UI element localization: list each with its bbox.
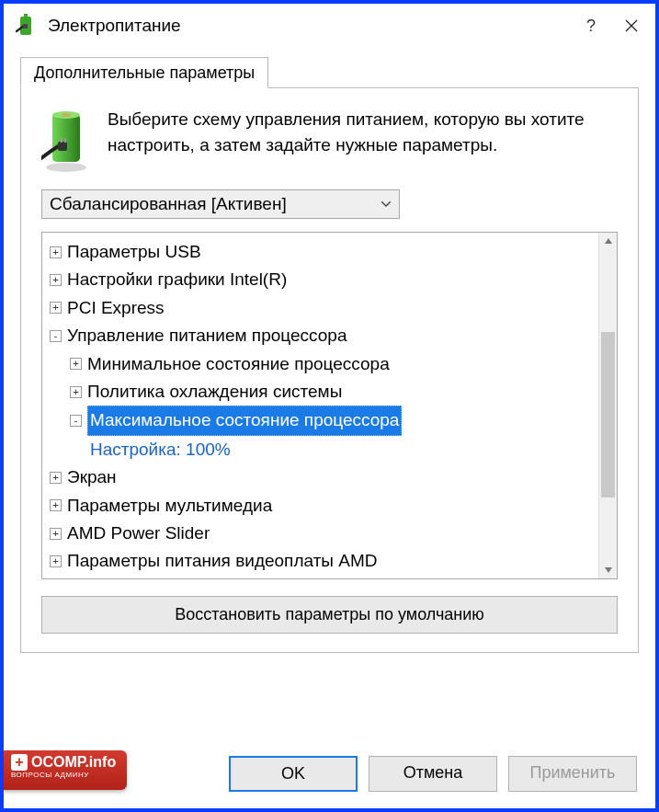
svg-point-9 <box>62 113 71 117</box>
intro-text: Выберите схему управления питанием, кото… <box>108 107 618 173</box>
expand-icon[interactable]: + <box>70 386 82 398</box>
tree-node-label: Настройки графики Intel(R) <box>67 266 287 293</box>
scrollbar-track[interactable] <box>599 249 617 562</box>
svg-point-5 <box>46 163 86 172</box>
title-bar: Электропитание ? <box>4 4 655 48</box>
window-title: Электропитание <box>48 16 571 36</box>
tree-node[interactable]: +AMD Power Slider <box>50 520 595 547</box>
tree-node-label: Управление питанием процессора <box>67 322 347 349</box>
tree-setting-label: Настройка: 100% <box>90 436 231 463</box>
tree-node-label: Политика охлаждения системы <box>87 378 342 406</box>
ok-button[interactable]: OK <box>229 756 358 792</box>
expand-icon[interactable]: + <box>50 302 62 314</box>
expand-icon[interactable]: + <box>50 499 62 511</box>
tree-node[interactable]: +Минимальное состояние процессора <box>50 350 595 378</box>
expand-icon[interactable]: + <box>50 472 62 484</box>
tab-advanced-settings[interactable]: Дополнительные параметры <box>20 57 268 88</box>
tree-setting-value[interactable]: Настройка: 100% <box>50 436 595 463</box>
tree-node[interactable]: +Параметры мультимедиа <box>50 492 595 520</box>
window-frame: Электропитание ? Дополнительные параметр… <box>0 0 659 812</box>
tree-node-label: Параметры мультимедиа <box>67 492 272 520</box>
collapse-icon[interactable]: - <box>50 330 62 342</box>
collapse-icon[interactable]: - <box>70 415 82 427</box>
tree-node[interactable]: +Экран <box>50 463 595 491</box>
power-plan-selected: Сбалансированная [Активен] <box>50 194 381 214</box>
tree-node[interactable]: +Настройки графики Intel(R) <box>50 266 595 293</box>
scroll-up-icon[interactable] <box>599 233 617 249</box>
cancel-button[interactable]: Отмена <box>369 756 497 792</box>
tab-strip: Дополнительные параметры <box>20 57 639 87</box>
svg-rect-10 <box>58 142 67 151</box>
svg-rect-12 <box>64 138 66 143</box>
tab-area: Дополнительные параметры <box>20 57 639 653</box>
svg-rect-2 <box>23 24 28 29</box>
tree-node[interactable]: -Максимальное состояние процессора <box>50 406 595 435</box>
tree-node[interactable]: +Политика охлаждения системы <box>50 378 595 406</box>
plus-icon: + <box>11 754 28 771</box>
tree-node-label: Максимальное состояние процессора <box>87 406 402 435</box>
expand-icon[interactable]: + <box>50 246 62 258</box>
svg-rect-11 <box>61 138 62 143</box>
tree-node[interactable]: -Управление питанием процессора <box>50 322 595 349</box>
close-button[interactable] <box>611 9 652 42</box>
tree-node[interactable]: +PCI Express <box>50 294 595 322</box>
battery-large-icon <box>41 107 91 173</box>
scrollbar[interactable] <box>598 233 617 578</box>
tree-node-label: AMD Power Slider <box>67 520 210 547</box>
expand-icon[interactable]: + <box>50 274 62 286</box>
expand-icon[interactable]: + <box>50 555 62 567</box>
scrollbar-thumb[interactable] <box>601 332 615 497</box>
restore-defaults-button[interactable]: Восстановить параметры по умолчанию <box>41 596 618 634</box>
tree-node-label: Параметры питания видеоплаты AMD <box>67 547 378 575</box>
settings-tree-container: +Параметры USB+Настройки графики Intel(R… <box>41 232 618 579</box>
tab-panel: Выберите схему управления питанием, кото… <box>20 87 639 653</box>
chevron-down-icon <box>381 199 392 210</box>
expand-icon[interactable]: + <box>70 358 82 370</box>
tree-node-label: Параметры USB <box>67 238 201 266</box>
watermark-subtext: ВОПРОСЫ АДМИНУ <box>11 772 116 779</box>
tree-node-label: PCI Express <box>67 294 165 322</box>
help-button[interactable]: ? <box>571 9 611 42</box>
scroll-down-icon[interactable] <box>599 562 617 578</box>
watermark-text: OCOMP.info <box>31 754 116 770</box>
tree-node-label: Экран <box>67 463 117 491</box>
settings-tree[interactable]: +Параметры USB+Настройки графики Intel(R… <box>42 233 598 578</box>
apply-button[interactable]: Применить <box>508 756 637 792</box>
intro-row: Выберите схему управления питанием, кото… <box>41 107 618 173</box>
expand-icon[interactable]: + <box>50 528 62 540</box>
svg-rect-1 <box>24 14 28 17</box>
tree-node[interactable]: +Параметры питания видеоплаты AMD <box>50 547 595 575</box>
tree-node-label: Минимальное состояние процессора <box>87 350 390 378</box>
watermark-badge: +OCOMP.info ВОПРОСЫ АДМИНУ <box>0 750 127 790</box>
tree-node[interactable]: +Параметры USB <box>50 238 595 266</box>
battery-plug-icon <box>15 13 40 39</box>
power-plan-dropdown[interactable]: Сбалансированная [Активен] <box>41 189 400 219</box>
